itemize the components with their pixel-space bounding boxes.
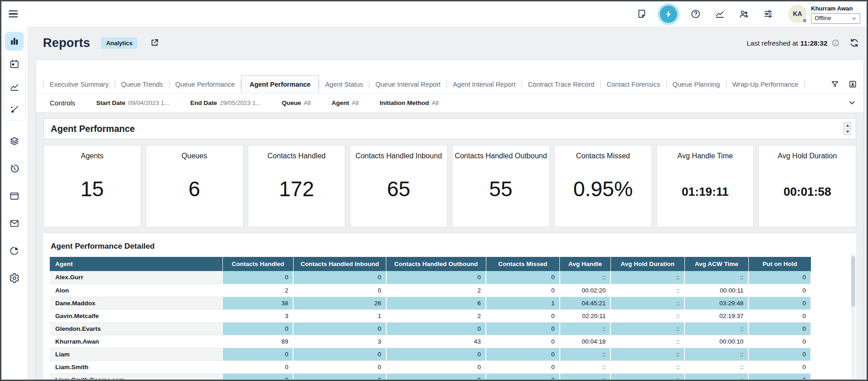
control-agent[interactable]: AgentAll xyxy=(331,99,358,106)
external-link-icon[interactable] xyxy=(149,38,159,48)
scrollbar-thumb xyxy=(851,256,855,307)
controls-expand-chevron-icon[interactable] xyxy=(847,99,856,107)
user-block: KA Khurram Awan Offline xyxy=(788,5,860,24)
sliders-icon[interactable] xyxy=(762,8,774,20)
control-queue[interactable]: QueueAll xyxy=(282,99,310,106)
column-header[interactable]: Agent xyxy=(50,257,222,271)
sidebar-line-chart-icon[interactable] xyxy=(5,78,24,96)
sidebar-brush-icon[interactable] xyxy=(5,100,24,119)
column-header[interactable]: Avg ACW Time xyxy=(684,257,748,271)
agent-name-cell: Alex.Gurr xyxy=(50,271,222,284)
kpi-label: Contacts Missed xyxy=(555,152,652,160)
app-window: KA Khurram Awan Offline Reports xyxy=(0,0,868,381)
value-cell: :: xyxy=(560,322,611,335)
value-cell: 02:19:37 xyxy=(684,309,748,322)
sidebar-window-icon[interactable] xyxy=(5,187,24,205)
agent-name-cell: Khurram.Awan xyxy=(50,335,222,348)
kpi-value: 15 xyxy=(44,177,141,201)
status-select[interactable]: Offline xyxy=(811,13,860,24)
tab-contract-trace-record[interactable]: Contract Trace Record xyxy=(522,77,600,92)
value-cell: 0 xyxy=(293,322,386,335)
value-cell: 00:00:10 xyxy=(684,335,748,348)
column-header[interactable]: Contacts Missed xyxy=(486,257,560,271)
value-cell: :: xyxy=(610,309,684,322)
control-value: All xyxy=(432,99,439,106)
value-cell: 04:45:21 xyxy=(560,297,611,309)
note-icon[interactable] xyxy=(636,8,647,20)
kpi-card-queues: Queues6 xyxy=(146,145,243,227)
tab-queue-performance[interactable]: Queue Performance xyxy=(169,77,241,92)
page-title: Reports xyxy=(43,36,90,50)
table-scrollbar[interactable] xyxy=(851,254,855,379)
stepper-up-icon xyxy=(844,123,851,129)
column-header[interactable]: Contacts Handled xyxy=(222,257,293,271)
tab-executive-summary[interactable]: Executive Summary xyxy=(44,77,115,92)
help-icon[interactable] xyxy=(689,8,701,20)
section-title: Agent Performance xyxy=(51,124,135,134)
lightning-icon[interactable] xyxy=(660,5,677,23)
value-cell: :: xyxy=(610,335,684,348)
tab-agent-interval-report[interactable]: Agent Interval Report xyxy=(447,77,521,92)
tab-queue-interval-report[interactable]: Queue Interval Report xyxy=(369,77,447,92)
value-cell: 0 xyxy=(486,322,560,335)
avatar[interactable]: KA xyxy=(788,5,807,23)
tab-agent-status[interactable]: Agent Status xyxy=(319,77,369,92)
tab-queue-planning[interactable]: Queue Planning xyxy=(667,77,726,92)
agent-name-cell: Dane.Maddox xyxy=(50,297,222,309)
section-stepper[interactable] xyxy=(844,122,851,135)
last-refreshed: Last refreshed at 11:28:32 xyxy=(747,38,859,48)
value-cell: :: xyxy=(684,373,748,379)
column-header[interactable]: Put on Hold xyxy=(748,257,811,271)
control-initiation-method[interactable]: Initiation MethodAll xyxy=(380,99,439,106)
sidebar-calendar-icon[interactable] xyxy=(5,55,24,73)
table-row: Khurram.Awan89343000:04:18::00:00:100 xyxy=(50,335,811,348)
kpi-value: 55 xyxy=(452,177,549,201)
value-cell: :: xyxy=(610,360,684,373)
sidebar-history-icon[interactable] xyxy=(5,159,24,178)
value-cell: :: xyxy=(610,373,684,379)
value-cell: :: xyxy=(684,360,748,373)
sidebar-mail-icon[interactable] xyxy=(5,214,24,233)
detailed-section: Agent Performance Detailed AgentContacts… xyxy=(43,234,856,379)
info-icon[interactable] xyxy=(831,39,840,47)
sidebar-pie-chart-icon[interactable] xyxy=(5,241,24,260)
tab-wrap-up-performance[interactable]: Wrap-Up Performance xyxy=(726,77,805,92)
status-value: Offline xyxy=(815,15,831,21)
value-cell: 0 xyxy=(293,284,386,297)
user-info: Khurram Awan Offline xyxy=(811,5,860,24)
tab-queue-trends[interactable]: Queue Trends xyxy=(115,77,169,92)
tabs: Executive SummaryQueue TrendsQueue Perfo… xyxy=(43,75,805,93)
last-refreshed-label: Last refreshed at xyxy=(747,39,798,47)
column-header[interactable]: Avg Handle xyxy=(560,257,611,271)
download-icon[interactable] xyxy=(848,80,857,89)
value-cell: 0 xyxy=(222,271,293,284)
value-cell: :: xyxy=(560,348,611,360)
metrics-icon[interactable] xyxy=(714,8,726,20)
tab-agent-performance[interactable]: Agent Performance xyxy=(241,75,319,93)
filter-icon[interactable] xyxy=(830,80,839,89)
value-cell: 0 xyxy=(748,348,811,360)
detailed-title: Agent Performance Detailed xyxy=(51,242,850,251)
value-cell: 3 xyxy=(222,309,293,322)
control-start-date[interactable]: Start Date09/04/2023 1... xyxy=(96,99,169,106)
tab-contact-forensics[interactable]: Contact Forensics xyxy=(601,77,666,92)
value-cell: :: xyxy=(560,360,611,373)
value-cell: :: xyxy=(684,271,748,284)
menu-icon[interactable] xyxy=(9,6,24,22)
column-header[interactable]: Contacts Handled Outbound xyxy=(386,257,486,271)
value-cell: :: xyxy=(610,322,684,335)
value-cell: 0 xyxy=(486,348,560,360)
refresh-icon[interactable] xyxy=(849,38,859,48)
value-cell: 0 xyxy=(386,322,486,335)
sidebar-gear-icon[interactable] xyxy=(5,269,24,287)
value-cell: :: xyxy=(610,271,684,284)
value-cell: 0 xyxy=(386,373,486,379)
column-header[interactable]: Avg Hold Duration xyxy=(610,257,684,271)
users-icon[interactable] xyxy=(738,8,750,20)
column-header[interactable]: Contacts Handled Inbound xyxy=(293,257,386,271)
sidebar xyxy=(1,26,27,380)
sidebar-layers-icon[interactable] xyxy=(5,132,24,151)
control-value: 09/04/2023 1... xyxy=(128,99,169,106)
sidebar-bar-chart-icon[interactable] xyxy=(5,32,24,51)
control-end-date[interactable]: End Date29/05/2023 1... xyxy=(190,99,261,106)
